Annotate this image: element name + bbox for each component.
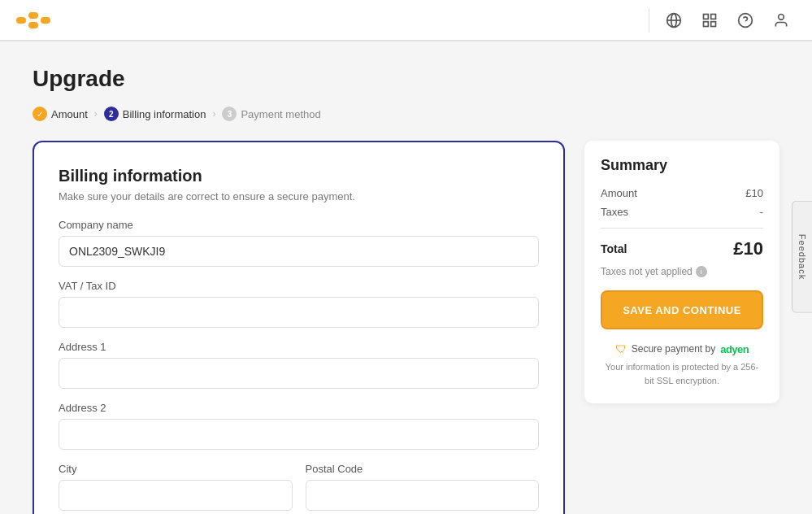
- taxes-value: -: [760, 206, 763, 218]
- form-title: Billing information: [59, 167, 539, 185]
- step1-check-icon: ✓: [33, 107, 47, 121]
- form-subtitle: Make sure your details are correct to en…: [59, 190, 539, 203]
- step2-label: Billing information: [123, 108, 206, 120]
- grid-button[interactable]: [695, 6, 724, 35]
- amount-value: £10: [745, 187, 763, 199]
- vat-group: VAT / Tax ID: [59, 280, 539, 328]
- step2-number: 2: [104, 107, 119, 121]
- summary-divider: [601, 228, 763, 229]
- user-icon: [773, 12, 789, 28]
- help-button[interactable]: [731, 6, 760, 35]
- address2-input[interactable]: [59, 419, 539, 450]
- total-row: Total £10: [601, 238, 763, 259]
- logo[interactable]: [16, 9, 50, 32]
- svg-rect-10: [711, 21, 716, 26]
- user-button[interactable]: [766, 6, 796, 35]
- company-name-group: Company name: [59, 219, 539, 267]
- total-label: Total: [601, 242, 627, 255]
- city-input[interactable]: [59, 480, 293, 511]
- shield-icon: 🛡: [615, 342, 627, 355]
- breadcrumb-arrow1: ›: [94, 108, 98, 120]
- postal-code-input[interactable]: [306, 480, 540, 511]
- billing-form-card: Billing information Make sure your detai…: [33, 141, 565, 514]
- summary-title: Summary: [601, 157, 763, 174]
- svg-rect-1: [28, 12, 38, 19]
- svg-point-13: [779, 14, 784, 20]
- city-group: City: [59, 463, 293, 511]
- postal-code-group: Postal Code: [306, 463, 540, 511]
- feedback-tab[interactable]: Feedback: [792, 201, 812, 313]
- help-icon: [737, 12, 753, 28]
- secure-label: Secure payment by: [632, 343, 715, 355]
- manychat-logo-icon: [16, 9, 50, 32]
- breadcrumb-step1: ✓ Amount: [33, 107, 88, 121]
- vat-input[interactable]: [59, 297, 539, 328]
- step1-label: Amount: [51, 108, 88, 120]
- globe-button[interactable]: [659, 6, 688, 35]
- address1-label: Address 1: [59, 341, 539, 353]
- svg-rect-7: [704, 14, 709, 19]
- amount-label: Amount: [601, 187, 637, 199]
- taxes-label: Taxes: [601, 206, 628, 218]
- svg-rect-2: [41, 17, 50, 24]
- breadcrumb-step3: 3 Payment method: [222, 107, 320, 121]
- svg-rect-0: [16, 17, 26, 24]
- globe-icon: [666, 12, 682, 28]
- city-postal-row: City Postal Code: [59, 463, 539, 514]
- address2-group: Address 2: [59, 402, 539, 450]
- save-and-continue-button[interactable]: SAVE AND CONTINUE: [601, 290, 763, 329]
- total-value: £10: [733, 238, 763, 259]
- nav-actions: [659, 6, 796, 35]
- tax-note-text: Taxes not yet applied: [601, 266, 693, 277]
- tax-note: Taxes not yet applied i: [601, 266, 763, 277]
- adyen-logo: adyen: [720, 343, 749, 355]
- nav-divider: [649, 8, 649, 33]
- summary-card: Summary Amount £10 Taxes - Total £10 Tax…: [584, 141, 779, 403]
- company-name-input[interactable]: [59, 236, 539, 267]
- svg-rect-8: [711, 14, 716, 19]
- secure-description: Your information is protected by a 256-b…: [601, 360, 763, 387]
- breadcrumb: ✓ Amount › 2 Billing information › 3 Pay…: [33, 107, 779, 121]
- top-navigation: [0, 0, 812, 41]
- step3-number: 3: [222, 107, 237, 121]
- postal-code-label: Postal Code: [306, 463, 540, 475]
- svg-rect-3: [28, 22, 38, 28]
- breadcrumb-step2: 2 Billing information: [104, 107, 206, 121]
- city-label: City: [59, 463, 293, 475]
- svg-rect-9: [704, 21, 709, 26]
- page-content: Upgrade ✓ Amount › 2 Billing information…: [0, 41, 812, 514]
- tax-info-icon[interactable]: i: [696, 266, 707, 277]
- page-title: Upgrade: [33, 66, 779, 92]
- step3-label: Payment method: [241, 108, 320, 120]
- taxes-row: Taxes -: [601, 206, 763, 218]
- breadcrumb-arrow2: ›: [212, 108, 215, 120]
- main-layout: Billing information Make sure your detai…: [33, 141, 779, 514]
- address1-group: Address 1: [59, 341, 539, 389]
- address1-input[interactable]: [59, 358, 539, 389]
- feedback-label: Feedback: [797, 234, 807, 280]
- vat-label: VAT / Tax ID: [59, 280, 539, 292]
- grid-icon: [701, 12, 718, 28]
- address2-label: Address 2: [59, 402, 539, 414]
- company-name-label: Company name: [59, 219, 539, 231]
- amount-row: Amount £10: [601, 187, 763, 199]
- secure-payment-row: 🛡 Secure payment by adyen: [601, 342, 763, 355]
